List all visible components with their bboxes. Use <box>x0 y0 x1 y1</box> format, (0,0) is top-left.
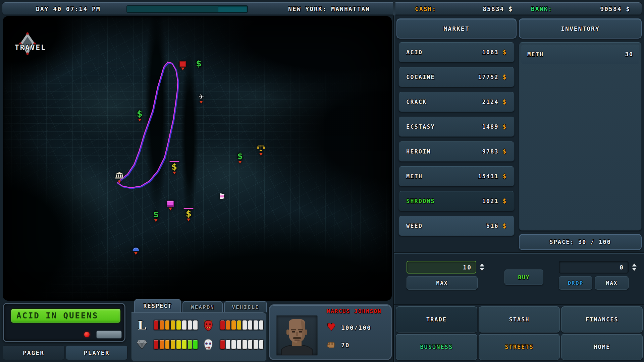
dollar-sign-icon: $ <box>503 198 507 204</box>
nav-streets-button[interactable]: STREETS <box>479 334 560 360</box>
market-item-ecstasy[interactable]: ECSTASY 1489 $ <box>398 117 515 137</box>
shop-marker[interactable] <box>167 201 174 210</box>
market-item-weed[interactable]: WEED 516 $ <box>398 216 515 236</box>
location-label: NEW YORK: MANHATTAN <box>288 5 370 12</box>
buy-max-button[interactable]: MAX <box>407 276 478 290</box>
market-item-crack[interactable]: CRACK 2124 $ <box>398 92 515 112</box>
top-status-bar: DAY 40 07:14 PM NEW YORK: MANHATTAN CASH… <box>2 2 642 15</box>
market-item-meth[interactable]: METH 15431 $ <box>398 166 515 186</box>
buy-quantity-stepper[interactable] <box>480 263 484 271</box>
stepper-down-icon[interactable] <box>632 268 637 271</box>
dollar-sign-icon: $ <box>503 173 507 180</box>
nav-business-button[interactable]: BUSINESS <box>396 334 477 360</box>
sell-quantity-stepper[interactable] <box>632 263 637 271</box>
stepper-up-icon[interactable] <box>480 263 484 266</box>
dollar-marker[interactable]: $ <box>237 152 243 164</box>
region-outline <box>117 62 178 188</box>
nav-home-button[interactable]: HOME <box>561 334 643 360</box>
nav-trade-button[interactable]: TRADE <box>396 306 477 333</box>
stepper-down-icon[interactable] <box>480 268 484 271</box>
top-bar-divider <box>393 1 395 17</box>
tab-respect[interactable]: RESPECT <box>134 299 181 312</box>
day-time-label: DAY 40 07:14 PM <box>36 5 101 12</box>
strength-fist-icon <box>325 340 337 350</box>
pager-status-light-icon <box>84 332 90 337</box>
health-value: 100/100 <box>341 324 371 331</box>
pager-message: ACID IN QUEENS <box>16 311 98 320</box>
health-heart-icon: ♥ <box>325 321 337 332</box>
inventory-item-meth[interactable]: METH 30 <box>521 45 639 64</box>
market-list: ACID 1063 $ COCAINE 17752 $ CRACK 2124 $… <box>396 42 517 241</box>
drop-button[interactable]: DROP <box>559 276 592 290</box>
inventory-space-label: SPACE: 30 / 100 <box>519 234 642 250</box>
level-l-icon: L <box>136 318 148 332</box>
mask-progress-bar <box>219 339 264 350</box>
player-name: MARCUS JOHNSON <box>319 308 389 314</box>
pager-slider[interactable] <box>96 330 122 339</box>
tab-weapon[interactable]: WEAPON <box>182 301 223 312</box>
travel-label: TRAVEL <box>15 44 46 52</box>
respect-stats-panel: L <box>131 312 267 362</box>
player-tab-button[interactable]: PLAYER <box>66 345 127 360</box>
cash-label: CASH: <box>415 5 436 12</box>
level-progress-bar <box>153 319 199 331</box>
dollar-sign-icon: $ <box>503 99 507 105</box>
dollar-sign-icon: $ <box>503 123 507 130</box>
stepper-up-icon[interactable] <box>632 263 637 266</box>
pager-tab-button[interactable]: PAGER <box>3 345 64 360</box>
dollar-marker[interactable]: $ <box>137 110 143 121</box>
devil-progress-bar <box>219 319 264 331</box>
market-panel-title: MARKET <box>396 18 517 39</box>
player-portrait <box>276 315 318 356</box>
time-progress-bar <box>126 5 248 13</box>
panel-separator <box>394 252 644 253</box>
dollar-sign-icon: $ <box>503 223 507 229</box>
dollar-marker[interactable]: $ <box>196 60 202 68</box>
crate-marker[interactable] <box>179 61 186 70</box>
panel-separator <box>394 304 644 305</box>
trade-panel: MARKET INVENTORY ACID 1063 $ COCAINE 177… <box>393 15 644 362</box>
sell-max-button[interactable]: MAX <box>595 276 629 290</box>
buy-button[interactable]: BUY <box>504 269 543 285</box>
inventory-list: METH 30 <box>519 42 642 231</box>
dollar-bar-marker[interactable]: $ <box>183 208 194 221</box>
nav-finances-button[interactable]: FINANCES <box>561 306 643 333</box>
dollar-sign-icon: $ <box>503 148 507 155</box>
dome-marker[interactable] <box>132 247 139 255</box>
nav-stash-button[interactable]: STASH <box>479 306 560 333</box>
bank-marker[interactable] <box>115 172 124 183</box>
market-item-acid[interactable]: ACID 1063 $ <box>398 42 515 62</box>
inventory-panel-title: INVENTORY <box>519 18 642 39</box>
devil-mask-icon <box>202 318 215 332</box>
bank-label: BANK: <box>531 5 552 12</box>
strength-value: 70 <box>341 342 350 349</box>
pager-lcd-display: ACID IN QUEENS <box>10 308 121 323</box>
dollar-sign-icon: $ <box>503 49 507 56</box>
market-item-heroin[interactable]: HEROIN 9783 $ <box>398 141 515 162</box>
dollar-sign-icon: $ <box>503 74 507 80</box>
market-item-shrooms[interactable]: SHROOMS 1021 $ <box>398 191 515 211</box>
navigation-grid: TRADE STASH FINANCES BUSINESS STREETS HO… <box>396 306 643 360</box>
skull-mask-icon <box>202 338 215 351</box>
buy-quantity-input[interactable] <box>407 261 476 274</box>
tab-vehicle[interactable]: VEHICLE <box>224 301 267 312</box>
dollar-bar-marker[interactable]: $ <box>169 161 179 174</box>
game-screen: DAY 40 07:14 PM NEW YORK: MANHATTAN CASH… <box>0 0 644 362</box>
time-progress-fill <box>127 6 218 12</box>
diamond-progress-bar <box>153 339 199 350</box>
market-item-cocaine[interactable]: COCAINE 17752 $ <box>398 67 515 87</box>
sell-quantity-input[interactable] <box>559 261 629 274</box>
diamond-icon <box>136 338 148 351</box>
player-card: MARCUS JOHNSON ♥ 100/100 <box>269 304 392 360</box>
flag-marker[interactable] <box>220 193 224 199</box>
plane-marker[interactable]: ✈ <box>198 94 204 104</box>
cash-value: 85834 $ <box>468 5 513 12</box>
city-map[interactable]: TRAVEL $✈$$$$$ <box>3 16 392 301</box>
scales-marker[interactable] <box>257 144 265 156</box>
pager-device: ACID IN QUEENS <box>3 303 125 342</box>
bank-value: 90584 $ <box>585 5 630 12</box>
dollar-marker[interactable]: $ <box>153 210 159 222</box>
